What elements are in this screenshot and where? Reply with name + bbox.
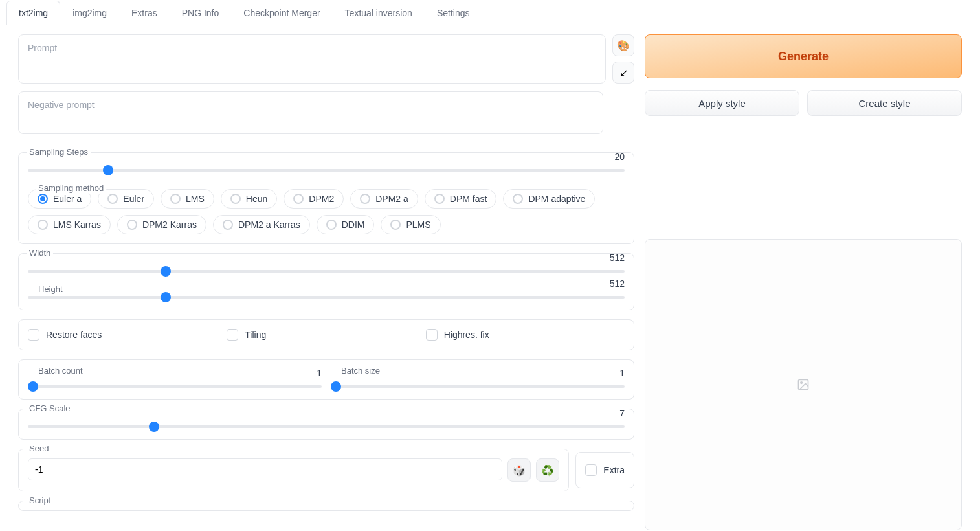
tiling-checkbox[interactable] [227,329,238,341]
sampler-label: DDIM [342,220,365,230]
create-style-button[interactable]: Create style [807,90,962,116]
cfg-value: 7 [619,408,625,418]
tab-png-info[interactable]: PNG Info [170,1,232,25]
prompt-row: Prompt 🎨 ↙ [18,34,634,84]
sampler-dpm-fast[interactable]: DPM fast [425,189,497,209]
cfg-label: CFG Scale [27,403,73,413]
cfg-slider-wrap: 7 [28,420,625,430]
sampler-label: Heun [246,194,267,204]
sampler-ddim[interactable]: DDIM [317,215,375,234]
style-palette-button[interactable]: 🎨 [612,34,634,56]
sampling-panel: Sampling Steps 20 Sampling method Euler … [18,152,634,244]
recycle-icon: ♻️ [541,464,554,477]
height-value: 512 [610,278,625,289]
batch-count-label: Batch count [36,366,85,376]
sampler-dpm2[interactable]: DPM2 [284,189,344,209]
sampler-heun[interactable]: Heun [221,189,277,209]
width-slider-wrap: 512 [28,264,625,275]
sampler-label: PLMS [406,220,430,230]
generate-button[interactable]: Generate [645,34,962,78]
style-row: Apply style Create style [645,90,962,116]
extra-panel: Extra [575,452,634,488]
height-block: Height 512 [28,290,625,300]
sampler-dpm2-a-karras[interactable]: DPM2 a Karras [213,215,310,234]
radio-dot [170,194,181,204]
highres-fix-checkbox[interactable] [426,329,438,341]
radio-dot [107,194,118,204]
radio-dot [326,220,337,230]
sampler-label: DPM2 [309,194,334,204]
checkbox-row: Restore faces Tiling Highres. fix [28,329,625,341]
height-slider-wrap: 512 [28,290,625,300]
batch-count-value: 1 [317,368,322,378]
tab-img2img[interactable]: img2img [60,1,119,25]
radio-dot [390,220,401,230]
checkboxes-panel: Restore faces Tiling Highres. fix [18,319,634,350]
tab-txt2img[interactable]: txt2img [6,1,60,25]
batch-count-block: Batch count 1 [28,372,322,390]
prompt-input[interactable]: Prompt [18,34,606,84]
prompt-placeholder: Prompt [28,43,57,53]
seed-input[interactable] [28,458,502,480]
tab-settings[interactable]: Settings [425,1,482,25]
right-column: Generate Apply style Create style Save S… [645,34,962,531]
tab-checkpoint-merger[interactable]: Checkpoint Merger [231,1,332,25]
extra-checkbox[interactable] [585,464,597,476]
batch-size-slider[interactable] [331,385,625,388]
radio-dot [360,194,370,204]
batch-two-col: Batch count 1 Batch size 1 [28,372,625,390]
image-placeholder-icon [797,378,810,391]
left-column: Prompt 🎨 ↙ Negative prompt Sampling Step… [18,34,634,531]
tab-extras[interactable]: Extras [119,1,170,25]
highres-fix-label: Highres. fix [444,330,489,340]
sampling-method-label: Sampling method [36,183,106,193]
cfg-slider[interactable] [28,425,625,428]
batch-size-label: Batch size [339,366,383,376]
batch-size-slider-wrap: 1 [331,379,625,390]
batch-size-value: 1 [619,368,625,378]
radio-dot [127,220,137,230]
radio-dot [230,194,241,204]
negative-prompt-placeholder: Negative prompt [28,100,95,110]
sampler-lms[interactable]: LMS [161,189,214,209]
seed-panel: Seed 🎲 ♻️ [18,449,569,491]
sampling-steps-slider-wrap: 20 [28,163,625,174]
sampler-plms[interactable]: PLMS [381,215,440,234]
sampler-label: DPM2 a Karras [238,220,300,230]
sampler-dpm2-a[interactable]: DPM2 a [350,189,418,209]
random-seed-button[interactable]: 🎲 [507,458,531,482]
sampling-steps-label: Sampling Steps [27,147,91,157]
arrow-icon: ↙ [619,67,628,79]
sampling-steps-value: 20 [614,152,625,162]
width-label: Width [27,248,53,258]
sampler-label: Euler a [53,194,82,204]
batch-count-slider[interactable] [28,385,322,388]
sampler-euler[interactable]: Euler [98,189,154,209]
sampler-label: DPM2 Karras [142,220,197,230]
extra-label: Extra [603,465,625,475]
tab-bar: txt2imgimg2imgExtrasPNG InfoCheckpoint M… [0,0,980,25]
negative-prompt-input[interactable]: Negative prompt [18,91,603,134]
width-slider[interactable] [28,270,625,273]
radio-dot [513,194,523,204]
sampler-lms-karras[interactable]: LMS Karras [28,215,111,234]
width-value: 512 [610,253,625,263]
tab-textual-inversion[interactable]: Textual inversion [333,1,425,25]
height-slider[interactable] [28,296,625,299]
reuse-seed-button[interactable]: ♻️ [536,458,559,482]
restore-faces-item[interactable]: Restore faces [28,329,227,341]
prompt-icon-col: 🎨 ↙ [612,34,634,84]
sampler-dpm2-karras[interactable]: DPM2 Karras [117,215,206,234]
radio-dot [293,194,304,204]
sampler-dpm-adaptive[interactable]: DPM adaptive [503,189,595,209]
tiling-item[interactable]: Tiling [227,329,425,341]
highres-fix-item[interactable]: Highres. fix [426,329,625,341]
apply-style-button[interactable]: Apply style [645,90,799,116]
cfg-panel: CFG Scale 7 [18,409,634,440]
interrogate-button[interactable]: ↙ [612,62,634,84]
sampling-method-grid: Euler aEulerLMSHeunDPM2DPM2 aDPM fastDPM… [28,189,625,234]
sampling-steps-slider[interactable] [28,169,625,172]
sampler-label: LMS Karras [53,220,101,230]
restore-faces-checkbox[interactable] [28,329,39,341]
radio-dot [434,194,445,204]
